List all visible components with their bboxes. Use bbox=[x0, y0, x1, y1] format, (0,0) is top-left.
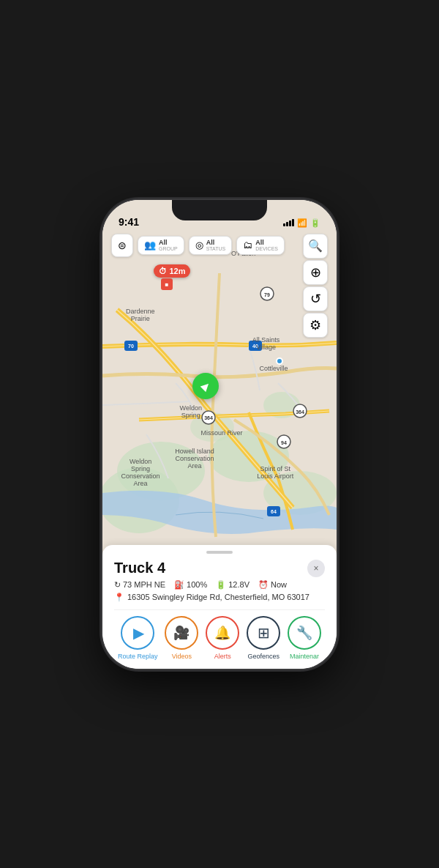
replay-circle: ▶ bbox=[121, 616, 154, 650]
geofences-circle: ⊞ bbox=[247, 616, 280, 650]
time-badge: ⏱ 12m bbox=[154, 264, 190, 278]
settings-button[interactable]: ⚙ bbox=[303, 313, 328, 338]
place-spirit: Spirit of StLouis Airport bbox=[257, 465, 293, 480]
maintenance-icon: 🔧 bbox=[296, 625, 312, 641]
status-filter[interactable]: ◎ All STATUS bbox=[189, 236, 233, 255]
battery-stat-icon: 🔋 bbox=[216, 580, 226, 590]
undo-icon: ↺ bbox=[310, 291, 321, 307]
devices-icon: 🗂 bbox=[243, 240, 252, 251]
svg-text:364: 364 bbox=[204, 415, 213, 420]
maintenance-circle: 🔧 bbox=[288, 616, 321, 650]
settings-icon: ⚙ bbox=[309, 317, 321, 333]
videos-label: Videos bbox=[172, 653, 192, 660]
close-button[interactable]: × bbox=[307, 560, 325, 577]
status-sublabel: STATUS bbox=[206, 246, 226, 251]
status-icon: ◎ bbox=[195, 240, 203, 251]
right-toolbar: 🔍 ⊕ ↺ ⚙ bbox=[303, 234, 328, 338]
location-dot bbox=[276, 357, 283, 365]
replay-icon: ▶ bbox=[133, 624, 144, 642]
stat-time: ⏰ Now bbox=[258, 580, 287, 590]
vehicle-marker[interactable] bbox=[192, 373, 219, 399]
vehicle-stats: ↻ 73 MPH NE ⛽ 100% 🔋 12.8V ⏰ Now bbox=[114, 580, 325, 590]
stat-speed: ↻ 73 MPH NE bbox=[114, 580, 165, 590]
search-icon: 🔍 bbox=[308, 239, 323, 253]
videos-circle: 🎥 bbox=[165, 616, 198, 650]
filter-button[interactable]: ⊜ bbox=[111, 234, 133, 257]
action-alerts[interactable]: 🔔 Alerts bbox=[206, 616, 239, 660]
devices-filter[interactable]: 🗂 All DEVICES bbox=[236, 236, 285, 255]
phone-frame: 9:41 📶 🔋 bbox=[102, 200, 337, 669]
time-icon: ⏰ bbox=[258, 580, 269, 590]
undo-button[interactable]: ↺ bbox=[303, 286, 328, 311]
fuel-value: 100% bbox=[187, 580, 207, 589]
place-dardenne: DardennePrairie bbox=[126, 308, 155, 322]
place-weldon: WeldonSpring bbox=[180, 404, 202, 419]
replay-label: Route Replay bbox=[118, 653, 158, 660]
place-weldonspring: WeldonSpringConservationArea bbox=[121, 458, 160, 487]
filter-bar: ⊜ 👥 All GROUP ◎ All STATUS 🗂 All bbox=[111, 234, 328, 257]
stat-voltage: 🔋 12.8V bbox=[216, 580, 249, 590]
action-videos[interactable]: 🎥 Videos bbox=[165, 616, 198, 660]
geofences-label: Geofences bbox=[247, 653, 279, 660]
alerts-label: Alerts bbox=[214, 653, 231, 660]
screen: 9:41 📶 🔋 bbox=[102, 200, 337, 669]
group-label: All bbox=[159, 240, 178, 246]
voltage-value: 12.8V bbox=[228, 580, 249, 589]
address-text: 16305 Swingley Ridge Rd, Chesterfield, M… bbox=[127, 593, 309, 601]
stop-marker bbox=[161, 278, 173, 290]
status-label: All bbox=[206, 240, 226, 246]
svg-text:64: 64 bbox=[271, 509, 277, 514]
place-howell: Howell IslandConservationArea bbox=[175, 448, 214, 470]
maintenance-label: Maintenar bbox=[290, 653, 319, 660]
devices-label: All bbox=[255, 240, 278, 246]
panel-handle bbox=[206, 551, 233, 554]
svg-text:364: 364 bbox=[296, 409, 304, 415]
close-icon: × bbox=[313, 563, 318, 574]
action-route-replay[interactable]: ▶ Route Replay bbox=[118, 616, 158, 660]
place-cottleville: Cottleville bbox=[259, 365, 288, 372]
status-icons: 📶 🔋 bbox=[283, 218, 320, 228]
svg-text:94: 94 bbox=[281, 440, 287, 445]
vehicle-address: 📍 16305 Swingley Ridge Rd, Chesterfield,… bbox=[114, 593, 325, 602]
alerts-circle: 🔔 bbox=[206, 616, 239, 650]
filter-icon: ⊜ bbox=[118, 240, 127, 251]
bottom-actions: ▶ Route Replay 🎥 Videos 🔔 Alerts bbox=[114, 609, 325, 669]
group-icon: 👥 bbox=[144, 240, 156, 251]
group-filter-text: All GROUP bbox=[159, 240, 178, 251]
stat-fuel: ⛽ 100% bbox=[174, 580, 207, 590]
videos-icon: 🎥 bbox=[173, 625, 190, 641]
place-missouri: Missouri River bbox=[200, 429, 242, 437]
search-button[interactable]: 🔍 bbox=[303, 234, 328, 259]
wifi-icon: 📶 bbox=[297, 218, 307, 228]
speed-value: 73 MPH NE bbox=[123, 580, 165, 589]
notch bbox=[172, 200, 267, 220]
action-geofences[interactable]: ⊞ Geofences bbox=[247, 616, 280, 660]
speed-icon: ↻ bbox=[114, 580, 121, 590]
place-allsaints: All SaintsVillage bbox=[252, 336, 280, 351]
group-filter[interactable]: 👥 All GROUP bbox=[138, 236, 184, 255]
svg-text:70: 70 bbox=[128, 344, 134, 349]
signal-icon bbox=[283, 219, 294, 226]
panel-header: Truck 4 × bbox=[114, 560, 325, 577]
vehicle-name: Truck 4 bbox=[114, 560, 165, 576]
devices-filter-text: All DEVICES bbox=[255, 240, 278, 251]
clock-icon: ⏱ bbox=[159, 267, 167, 275]
locate-button[interactable]: ⊕ bbox=[303, 260, 328, 285]
battery-icon: 🔋 bbox=[310, 218, 320, 228]
geofences-icon: ⊞ bbox=[258, 624, 270, 642]
devices-sublabel: DEVICES bbox=[255, 246, 278, 251]
status-time: 9:41 bbox=[119, 216, 139, 228]
time-value: Now bbox=[271, 580, 287, 589]
address-icon: 📍 bbox=[114, 593, 124, 602]
group-sublabel: GROUP bbox=[159, 246, 178, 251]
alerts-icon: 🔔 bbox=[214, 625, 230, 641]
svg-text:79: 79 bbox=[264, 292, 270, 297]
time-badge-value: 12m bbox=[169, 267, 185, 275]
fuel-icon: ⛽ bbox=[174, 580, 184, 590]
status-filter-text: All STATUS bbox=[206, 240, 226, 251]
vehicle-panel: Truck 4 × ↻ 73 MPH NE ⛽ 100% 🔋 12.8V bbox=[102, 545, 337, 669]
locate-icon: ⊕ bbox=[310, 264, 321, 281]
action-maintenance[interactable]: 🔧 Maintenar bbox=[288, 616, 321, 660]
